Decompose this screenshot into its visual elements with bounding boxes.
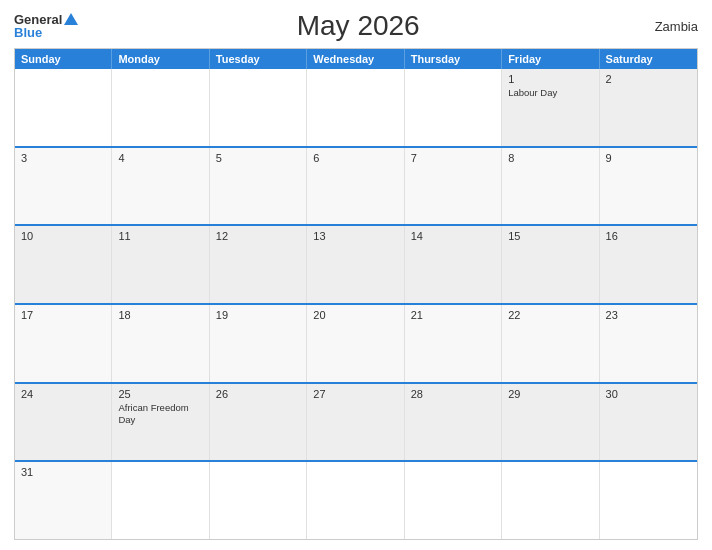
calendar-cell-4-0: 24: [15, 384, 112, 461]
day-number: 4: [118, 152, 202, 164]
calendar-cell-2-4: 14: [405, 226, 502, 303]
day-number: 9: [606, 152, 691, 164]
day-number: 17: [21, 309, 105, 321]
calendar-cell-1-3: 6: [307, 148, 404, 225]
logo: General Blue: [14, 13, 78, 39]
calendar-cell-2-3: 13: [307, 226, 404, 303]
header-wednesday: Wednesday: [307, 49, 404, 69]
calendar-cell-1-0: 3: [15, 148, 112, 225]
day-number: 7: [411, 152, 495, 164]
day-number: 15: [508, 230, 592, 242]
day-number: 8: [508, 152, 592, 164]
calendar-week-1: 3456789: [15, 148, 697, 227]
header-sunday: Sunday: [15, 49, 112, 69]
calendar-cell-5-0: 31: [15, 462, 112, 539]
calendar-cell-0-4: [405, 69, 502, 146]
calendar-page: General Blue May 2026 Zambia Sunday Mond…: [0, 0, 712, 550]
calendar-cell-4-1: 25African Freedom Day: [112, 384, 209, 461]
calendar-cell-5-3: [307, 462, 404, 539]
calendar-week-2: 10111213141516: [15, 226, 697, 305]
header-saturday: Saturday: [600, 49, 697, 69]
calendar-cell-1-6: 9: [600, 148, 697, 225]
day-number: 12: [216, 230, 300, 242]
day-number: 22: [508, 309, 592, 321]
calendar-cell-2-1: 11: [112, 226, 209, 303]
calendar-week-3: 17181920212223: [15, 305, 697, 384]
day-number: 26: [216, 388, 300, 400]
day-number: 21: [411, 309, 495, 321]
calendar-cell-1-1: 4: [112, 148, 209, 225]
calendar: Sunday Monday Tuesday Wednesday Thursday…: [14, 48, 698, 540]
calendar-cell-4-3: 27: [307, 384, 404, 461]
calendar-cell-1-4: 7: [405, 148, 502, 225]
calendar-cell-3-0: 17: [15, 305, 112, 382]
calendar-cell-0-2: [210, 69, 307, 146]
calendar-cell-3-6: 23: [600, 305, 697, 382]
calendar-cell-2-6: 16: [600, 226, 697, 303]
day-number: 31: [21, 466, 105, 478]
calendar-body: 1Labour Day23456789101112131415161718192…: [15, 69, 697, 539]
calendar-cell-3-3: 20: [307, 305, 404, 382]
calendar-cell-4-5: 29: [502, 384, 599, 461]
calendar-cell-1-5: 8: [502, 148, 599, 225]
calendar-cell-3-4: 21: [405, 305, 502, 382]
calendar-cell-0-6: 2: [600, 69, 697, 146]
day-number: 1: [508, 73, 592, 85]
day-number: 30: [606, 388, 691, 400]
day-number: 20: [313, 309, 397, 321]
day-number: 27: [313, 388, 397, 400]
calendar-header: Sunday Monday Tuesday Wednesday Thursday…: [15, 49, 697, 69]
calendar-cell-5-1: [112, 462, 209, 539]
day-number: 6: [313, 152, 397, 164]
day-number: 24: [21, 388, 105, 400]
calendar-cell-0-3: [307, 69, 404, 146]
day-number: 28: [411, 388, 495, 400]
calendar-cell-0-1: [112, 69, 209, 146]
logo-blue-text: Blue: [14, 26, 78, 39]
calendar-cell-3-1: 18: [112, 305, 209, 382]
holiday-label: Labour Day: [508, 87, 592, 99]
day-number: 19: [216, 309, 300, 321]
day-number: 2: [606, 73, 691, 85]
calendar-week-0: 1Labour Day2: [15, 69, 697, 148]
calendar-cell-2-5: 15: [502, 226, 599, 303]
calendar-cell-4-2: 26: [210, 384, 307, 461]
day-number: 5: [216, 152, 300, 164]
day-number: 29: [508, 388, 592, 400]
header: General Blue May 2026 Zambia: [14, 10, 698, 42]
calendar-cell-0-5: 1Labour Day: [502, 69, 599, 146]
calendar-week-4: 2425African Freedom Day2627282930: [15, 384, 697, 463]
calendar-cell-4-6: 30: [600, 384, 697, 461]
calendar-cell-1-2: 5: [210, 148, 307, 225]
logo-triangle-icon: [64, 13, 78, 25]
header-thursday: Thursday: [405, 49, 502, 69]
calendar-cell-5-6: [600, 462, 697, 539]
calendar-cell-5-2: [210, 462, 307, 539]
day-number: 25: [118, 388, 202, 400]
day-number: 23: [606, 309, 691, 321]
day-number: 13: [313, 230, 397, 242]
day-number: 10: [21, 230, 105, 242]
header-tuesday: Tuesday: [210, 49, 307, 69]
calendar-cell-3-2: 19: [210, 305, 307, 382]
day-number: 14: [411, 230, 495, 242]
header-friday: Friday: [502, 49, 599, 69]
calendar-week-5: 31: [15, 462, 697, 539]
month-title: May 2026: [78, 10, 638, 42]
calendar-cell-5-5: [502, 462, 599, 539]
calendar-cell-3-5: 22: [502, 305, 599, 382]
day-number: 16: [606, 230, 691, 242]
day-number: 18: [118, 309, 202, 321]
country-label: Zambia: [638, 19, 698, 34]
calendar-cell-5-4: [405, 462, 502, 539]
header-monday: Monday: [112, 49, 209, 69]
calendar-cell-2-2: 12: [210, 226, 307, 303]
calendar-cell-4-4: 28: [405, 384, 502, 461]
holiday-label: African Freedom Day: [118, 402, 202, 427]
calendar-cell-0-0: [15, 69, 112, 146]
day-number: 11: [118, 230, 202, 242]
calendar-cell-2-0: 10: [15, 226, 112, 303]
day-number: 3: [21, 152, 105, 164]
